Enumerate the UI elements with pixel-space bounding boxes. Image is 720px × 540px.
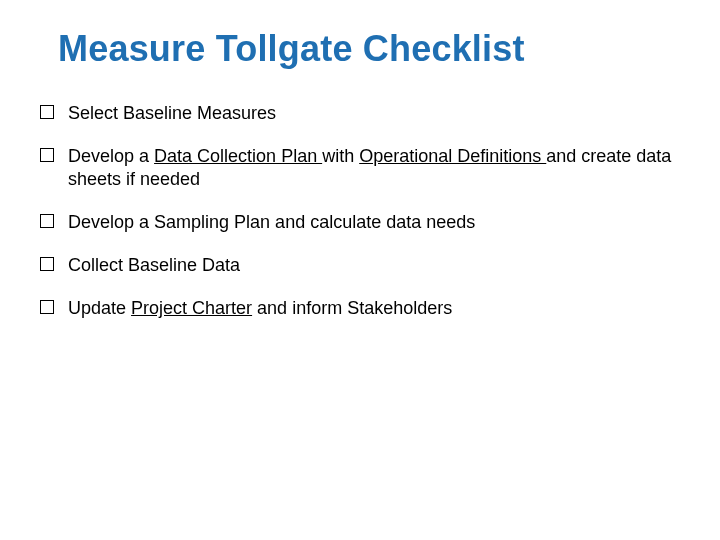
checkbox-icon [40,148,54,162]
checklist-item-text: Select Baseline Measures [68,102,680,125]
checkbox-icon [40,300,54,314]
checklist: Select Baseline MeasuresDevelop a Data C… [40,102,680,320]
checklist-item-text: Develop a Data Collection Plan with Oper… [68,145,680,191]
checklist-item: Update Project Charter and inform Stakeh… [40,297,680,320]
text-segment: Collect Baseline Data [68,255,240,275]
text-segment: Select Baseline Measures [68,103,276,123]
text-segment: and inform Stakeholders [252,298,452,318]
checkbox-icon [40,257,54,271]
checklist-item: Collect Baseline Data [40,254,680,277]
text-segment: Update [68,298,131,318]
link-text[interactable]: Project Charter [131,298,252,318]
checkbox-icon [40,214,54,228]
checklist-item-text: Develop a Sampling Plan and calculate da… [68,211,680,234]
slide: Measure Tollgate Checklist Select Baseli… [0,0,720,540]
checkbox-icon [40,105,54,119]
checklist-item: Select Baseline Measures [40,102,680,125]
checklist-item: Develop a Sampling Plan and calculate da… [40,211,680,234]
text-segment: Develop a Sampling Plan and calculate da… [68,212,475,232]
text-segment: Develop a [68,146,154,166]
text-segment: with [322,146,359,166]
link-text[interactable]: Data Collection Plan [154,146,322,166]
checklist-item-text: Update Project Charter and inform Stakeh… [68,297,680,320]
link-text[interactable]: Operational Definitions [359,146,546,166]
page-title: Measure Tollgate Checklist [58,28,680,70]
checklist-item: Develop a Data Collection Plan with Oper… [40,145,680,191]
checklist-item-text: Collect Baseline Data [68,254,680,277]
